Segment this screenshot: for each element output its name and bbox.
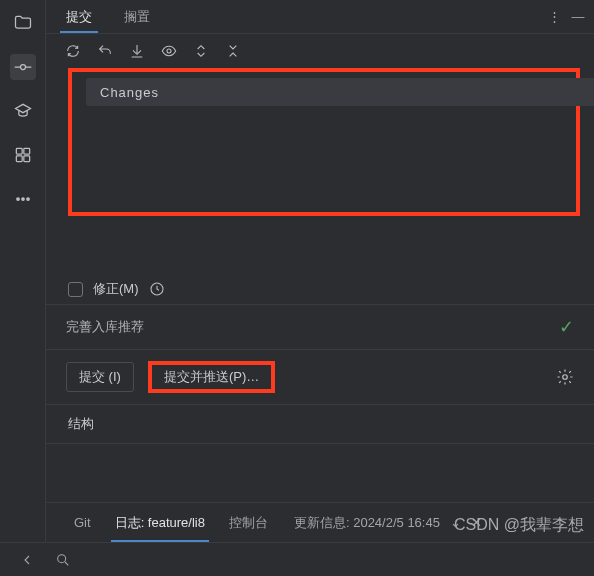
update-info: 更新信息: 2024/2/5 16:45 xyxy=(294,514,440,532)
changes-label: Changes xyxy=(100,85,159,100)
amend-label: 修正(M) xyxy=(93,280,139,298)
chevron-down-icon[interactable]: ⌄ xyxy=(450,515,461,530)
commit-push-button[interactable]: 提交并推送(P)… xyxy=(164,369,259,384)
svg-point-10 xyxy=(563,375,568,380)
svg-rect-4 xyxy=(23,156,29,162)
commit-push-highlight-box: 提交并推送(P)… xyxy=(148,361,275,393)
tab-shelve[interactable]: 搁置 xyxy=(110,2,164,32)
svg-point-5 xyxy=(16,198,19,201)
svg-point-7 xyxy=(26,198,29,201)
tab-console[interactable]: 控制台 xyxy=(219,510,278,536)
commit-button[interactable]: 提交 (I) xyxy=(66,362,134,392)
structure-icon[interactable] xyxy=(10,142,36,168)
panel-tabs: 提交 搁置 ⋮ — xyxy=(46,0,594,34)
bottom-tabs: Git 日志: feature/li8 控制台 更新信息: 2024/2/5 1… xyxy=(46,502,594,542)
refresh-icon[interactable] xyxy=(64,42,82,60)
rollback-icon[interactable] xyxy=(96,42,114,60)
collapse-icon[interactable] xyxy=(224,42,242,60)
activity-bar xyxy=(0,0,46,542)
check-icon: ✓ xyxy=(559,316,574,338)
footer-bar xyxy=(0,542,594,576)
back-icon[interactable] xyxy=(18,551,36,569)
more-icon[interactable] xyxy=(10,186,36,212)
preview-icon[interactable] xyxy=(160,42,178,60)
svg-rect-3 xyxy=(16,156,22,162)
search-icon[interactable] xyxy=(54,551,72,569)
commit-message-input[interactable]: 完善入库推荐 xyxy=(66,318,559,336)
structure-header[interactable]: 结构 xyxy=(46,404,594,444)
commit-message-row: 完善入库推荐 ✓ xyxy=(46,304,594,350)
close-icon[interactable]: ✕ xyxy=(471,515,482,530)
amend-row: 修正(M) xyxy=(46,274,594,304)
diff-icon[interactable] xyxy=(128,42,146,60)
changes-highlight-box: Changes xyxy=(68,68,580,216)
folder-icon[interactable] xyxy=(10,10,36,36)
options-icon[interactable]: ⋮ xyxy=(544,7,564,27)
learn-icon[interactable] xyxy=(10,98,36,124)
svg-rect-1 xyxy=(16,148,22,154)
gear-icon[interactable] xyxy=(556,368,574,386)
changes-node[interactable]: Changes xyxy=(86,78,594,106)
expand-icon[interactable] xyxy=(192,42,210,60)
minimize-icon[interactable]: — xyxy=(568,7,588,27)
changes-toolbar xyxy=(46,34,594,68)
svg-point-0 xyxy=(20,65,25,70)
tab-commit[interactable]: 提交 xyxy=(52,2,106,32)
commit-icon[interactable] xyxy=(10,54,36,80)
svg-point-8 xyxy=(167,49,171,53)
svg-point-6 xyxy=(21,198,24,201)
commit-panel: 提交 搁置 ⋮ — Changes 修正(M) xyxy=(46,0,594,542)
tab-git[interactable]: Git xyxy=(64,511,101,534)
tab-log[interactable]: 日志: feature/li8 xyxy=(105,510,215,536)
svg-rect-2 xyxy=(23,148,29,154)
amend-checkbox[interactable] xyxy=(68,282,83,297)
commit-buttons-row: 提交 (I) 提交并推送(P)… xyxy=(46,350,594,404)
history-icon[interactable] xyxy=(149,281,165,297)
svg-point-11 xyxy=(58,554,66,562)
